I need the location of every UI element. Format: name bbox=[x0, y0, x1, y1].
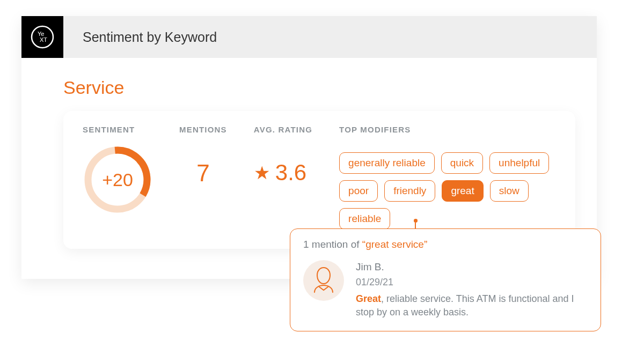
mention-author: Jim B. bbox=[356, 260, 588, 275]
mention-row: Jim B. 01/29/21 Great, reliable service.… bbox=[303, 260, 588, 319]
mention-text: Great, reliable service. This ATM is fun… bbox=[356, 292, 588, 319]
sentiment-ring: +20 bbox=[83, 145, 152, 215]
header-bar: Ye XT Sentiment by Keyword bbox=[21, 16, 597, 58]
sentiment-column: SENTIMENT +20 bbox=[83, 125, 152, 230]
mentions-column: MENTIONS 7 bbox=[179, 125, 227, 230]
modifier-chip-generally-reliable[interactable]: generally reliable bbox=[339, 152, 435, 174]
modifier-chip-slow[interactable]: slow bbox=[490, 180, 529, 202]
yext-logo-icon: Ye XT bbox=[30, 24, 55, 50]
rating-row: ★ 3.6 bbox=[254, 160, 312, 186]
modifier-chip-unhelpful[interactable]: unhelpful bbox=[489, 152, 549, 174]
mentions-value: 7 bbox=[179, 160, 227, 187]
connector-dot-icon bbox=[414, 219, 418, 223]
keyword-heading: Service bbox=[63, 77, 575, 98]
avg-rating-value: 3.6 bbox=[275, 160, 306, 186]
mention-rest: , reliable service. This ATM is function… bbox=[356, 293, 574, 317]
popover-title-quote: “great service” bbox=[362, 239, 427, 250]
modifier-chip-friendly[interactable]: friendly bbox=[384, 180, 435, 202]
yext-logo: Ye XT bbox=[21, 16, 63, 58]
top-modifiers-column: TOP MODIFIERS generally reliablequickunh… bbox=[339, 125, 556, 230]
avatar-icon bbox=[310, 265, 337, 295]
sentiment-label: SENTIMENT bbox=[83, 125, 152, 134]
modifiers-list: generally reliablequickunhelpfulpoorfrie… bbox=[339, 152, 556, 230]
popover-title-prefix: 1 mention of bbox=[303, 239, 362, 250]
mention-popover: 1 mention of “great service” Jim B. 01/2… bbox=[290, 228, 601, 331]
top-modifiers-label: TOP MODIFIERS bbox=[339, 125, 556, 134]
modifier-chip-quick[interactable]: quick bbox=[441, 152, 483, 174]
popover-title: 1 mention of “great service” bbox=[303, 239, 588, 250]
mention-body: Jim B. 01/29/21 Great, reliable service.… bbox=[356, 260, 588, 319]
page-title: Sentiment by Keyword bbox=[83, 29, 217, 45]
modifier-chip-poor[interactable]: poor bbox=[339, 180, 378, 202]
popover-connector bbox=[415, 219, 416, 228]
connector-line-icon bbox=[415, 223, 416, 228]
mention-highlight: Great bbox=[356, 293, 381, 304]
svg-text:XT: XT bbox=[40, 36, 47, 43]
modifier-chip-great[interactable]: great bbox=[442, 180, 483, 202]
modifier-chip-reliable[interactable]: reliable bbox=[339, 208, 390, 230]
mentions-label: MENTIONS bbox=[179, 125, 227, 134]
avatar bbox=[303, 260, 344, 301]
avg-rating-column: AVG. RATING ★ 3.6 bbox=[254, 125, 312, 230]
mention-date: 01/29/21 bbox=[356, 276, 588, 289]
sentiment-value: +20 bbox=[83, 145, 152, 215]
avg-rating-label: AVG. RATING bbox=[254, 125, 312, 134]
star-icon: ★ bbox=[254, 164, 270, 182]
